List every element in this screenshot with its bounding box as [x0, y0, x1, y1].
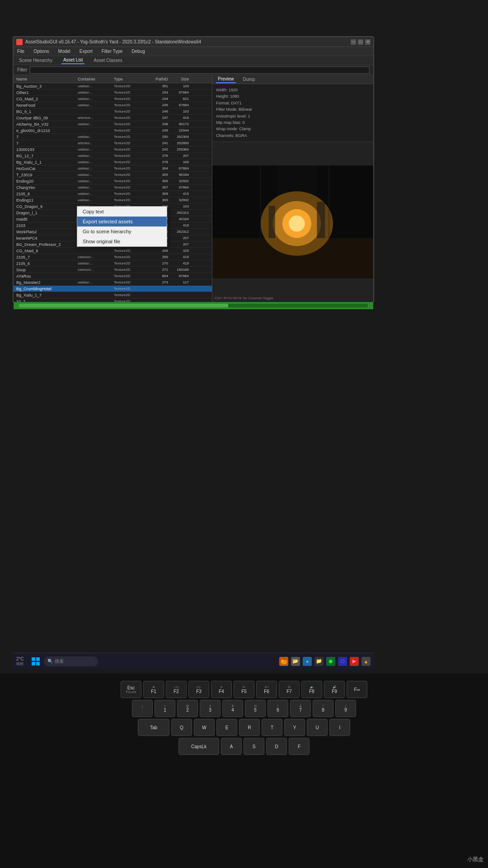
asset-row[interactable]: BG_9_1 Texture2D 246 103 [14, 108, 212, 115]
taskbar-icon-8[interactable]: ▲ [361, 657, 371, 666]
asset-row[interactable]: Other1 uiatlas/... Texture2D 243 67664 [14, 90, 212, 96]
taskbar-icon-3[interactable]: ● [303, 657, 312, 666]
taskbar-icon-1[interactable]: 🍊 [279, 657, 288, 666]
asset-row[interactable]: 2105_6 uiatlas/... Texture2D 270 419 [14, 260, 212, 267]
asset-type: Texture2D [114, 179, 145, 183]
key-f3[interactable]: ▷▷ F3 [188, 681, 209, 698]
asset-row[interactable]: Bg_Monster2 uiatlas/... Texture2D 273 11… [14, 279, 212, 286]
menu-export[interactable]: Export [78, 48, 94, 55]
key-f7[interactable]: ⊟ F7 [279, 681, 300, 698]
asset-row[interactable]: NoneFood uiatlas/... Texture2D 245 67664 [14, 102, 212, 108]
key-r[interactable]: R [239, 719, 260, 736]
taskbar-icon-7[interactable]: ▶ [350, 657, 359, 666]
key-tab[interactable]: Tab [138, 719, 169, 736]
key-w[interactable]: W [194, 719, 215, 736]
key-d[interactable]: D [266, 738, 287, 755]
asset-row[interactable]: Alchemy_B4_V32 uiatlas/... Texture2D 248… [14, 121, 212, 127]
preview-tab-preview[interactable]: Preview [216, 75, 236, 83]
key-capslock[interactable]: CapsLk [178, 738, 219, 755]
key-4[interactable]: $ 4 [222, 700, 243, 717]
key-f5[interactable]: ☀- F5 [234, 681, 254, 698]
asset-row[interactable]: Courtyar dBG_09 arts/sce... Texture2D 24… [14, 115, 212, 121]
key-t[interactable]: T [262, 719, 282, 736]
filter-input[interactable] [30, 66, 370, 74]
close-button[interactable]: ✕ [365, 39, 371, 45]
context-goto-scene[interactable]: Go to scene hierarchy [77, 226, 167, 236]
key-3[interactable]: # 3 [200, 700, 221, 717]
taskbar-search-box[interactable]: 🔍 搜索 [44, 656, 98, 666]
asset-row[interactable]: T_23019 uiatlas/... Texture2D 305 90164 [14, 172, 212, 178]
asset-row[interactable]: CG_Maid_9 Texture2D 268 103 [14, 248, 212, 254]
asset-row[interactable]: 10_7 Texture2D [14, 298, 212, 302]
key-y[interactable]: Y [284, 719, 305, 736]
asset-name: keranNPC4 [14, 236, 78, 241]
key-f6[interactable]: ☀+ F6 [256, 681, 277, 698]
asset-row[interactable]: Ending20 uiatlas/... Texture2D 306 32932 [14, 178, 212, 184]
taskbar-icon-6[interactable]: ⬡ [338, 657, 347, 666]
asset-row[interactable]: CG_Maid_2 uiatlas/... Texture2D 244 621 [14, 96, 212, 102]
key-f10[interactable]: F∞ [347, 681, 367, 698]
key-f4[interactable]: ✕ F4 [211, 681, 232, 698]
key-f[interactable]: F [289, 738, 310, 755]
asset-row[interactable]: Bg_Xialu_1_1 uiatlas/... Texture2D 278 1… [14, 159, 212, 165]
asset-row[interactable]: Ending11 uiatlas/... Texture2D 309 32932 [14, 197, 212, 203]
menu-debug[interactable]: Debug [130, 48, 146, 55]
asset-row[interactable]: Soup cartoon/... Texture2D 271 160160 [14, 267, 212, 273]
asset-row[interactable]: 13000193 uiatlas/... Texture2D 242 25936… [14, 146, 212, 153]
asset-row[interactable]: ChangYen uiatlas/... Texture2D 307 67664 [14, 184, 212, 191]
key-esc[interactable]: Esc FnLock [121, 681, 141, 698]
asset-row[interactable]: 2105_8 uiatlas/... Texture2D 308 419 [14, 191, 212, 197]
asset-row[interactable]: Bg_CrumblingHotel Texture2D [14, 286, 212, 292]
key-7[interactable]: & 7 [290, 700, 311, 717]
maximize-button[interactable]: □ [358, 39, 363, 45]
key-q[interactable]: Q [171, 719, 192, 736]
asset-name: Bg_Monster2 [14, 280, 78, 285]
tab-asset-classes[interactable]: Asset Classes [92, 57, 124, 64]
preview-tab-dump[interactable]: Dump [241, 76, 257, 83]
context-export-selected[interactable]: Export selected assets [77, 217, 167, 226]
key-2[interactable]: @ 2 [177, 700, 198, 717]
key-f8[interactable]: 🔉 F8 [301, 681, 322, 698]
key-5[interactable]: % 5 [245, 700, 266, 717]
asset-row[interactable]: e_glov001_dr1210 Texture2D 249 22044 [14, 127, 212, 134]
asset-row[interactable]: AYaRou Texture2D 804 67664 [14, 273, 212, 279]
minimize-button[interactable]: ─ [351, 39, 356, 45]
asset-row[interactable]: Bg_Auction_3 uiatlas/... Texture2D 351 1… [14, 83, 212, 90]
key-f1[interactable]: ★ F1 [143, 681, 164, 698]
taskbar-icon-5[interactable]: ◉ [326, 657, 335, 666]
asset-row[interactable]: HuGuoCai uiatlas/... Texture2D 304 67664 [14, 165, 212, 172]
asset-size: 67664 [168, 185, 191, 189]
asset-rows[interactable]: Bg_Auction_3 uiatlas/... Texture2D 351 1… [14, 83, 212, 302]
taskbar-icon-2[interactable]: 📂 [291, 657, 300, 666]
key-f9[interactable]: 🔊 F9 [324, 681, 345, 698]
asset-row[interactable]: 7 uiatlas/... Texture2D 250 262304 [14, 134, 212, 140]
asset-row[interactable]: Bg_Xialu_1_7 Texture2D [14, 292, 212, 298]
key-e[interactable]: E [216, 719, 237, 736]
key-s[interactable]: S [244, 738, 264, 755]
key-f2[interactable]: ◁◁ F2 [166, 681, 187, 698]
asset-name: Bg_CrumblingHotel [14, 287, 78, 291]
key-a[interactable]: A [221, 738, 242, 755]
menu-model[interactable]: Model [56, 48, 72, 55]
asset-row[interactable]: 7 arts/ani... Texture2D 241 202660 [14, 140, 212, 146]
menu-file[interactable]: File [15, 48, 26, 55]
asset-name: 7 [14, 141, 78, 146]
taskbar-icon-4[interactable]: 📁 [314, 657, 324, 666]
key-6[interactable]: ^ 6 [267, 700, 288, 717]
key-9[interactable]: ( 9 [335, 700, 356, 717]
tab-asset-list[interactable]: Asset List [61, 57, 84, 64]
asset-size: 103 [168, 109, 191, 113]
context-copy-text[interactable]: Copy text [77, 207, 167, 217]
key-i[interactable]: I [329, 719, 350, 736]
key-8[interactable]: * 8 [313, 700, 333, 717]
key-u[interactable]: U [307, 719, 328, 736]
menu-options[interactable]: Options [32, 48, 51, 55]
key-1[interactable]: ! 1 [155, 700, 175, 717]
asset-row[interactable]: BG_12_7 uiatlas/... Texture2D 276 207 [14, 153, 212, 159]
key-tilde[interactable]: ~ ` [132, 700, 153, 717]
menu-filter-type[interactable]: Filter Type [100, 48, 125, 55]
tab-scene-hierarchy[interactable]: Scene Hierarchy [17, 57, 54, 64]
taskbar-start-button[interactable] [30, 656, 41, 667]
asset-row[interactable]: 2105_7 cartoon/... Texture2D 269 419 [14, 254, 212, 260]
context-show-original[interactable]: Show original file [77, 236, 167, 246]
